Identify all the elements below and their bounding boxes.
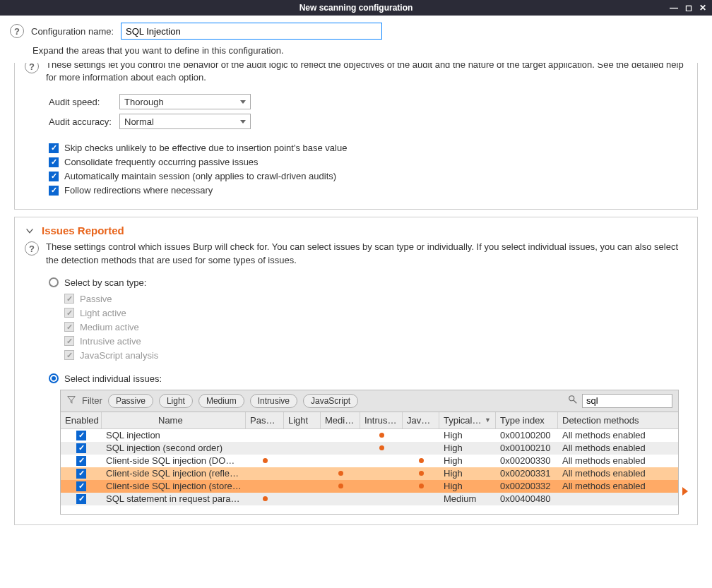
row-medium [321, 458, 360, 464]
th-name[interactable]: Name [102, 412, 246, 428]
table-header: Enabled Name Passive Light Medium Intrus… [61, 412, 678, 429]
th-typical[interactable]: Typical …▼ [439, 412, 496, 428]
th-typeindex[interactable]: Type index [496, 412, 558, 428]
window-controls: — ◻ ✕ [670, 0, 706, 16]
scantype-javascript-label: JavaScript analysis [80, 350, 158, 361]
row-light [284, 484, 321, 489]
dot-icon [379, 445, 384, 450]
row-enabled-cell[interactable] [61, 491, 102, 507]
search-input[interactable] [582, 394, 672, 408]
issues-title: Issues Reported [42, 224, 124, 236]
table-row[interactable]: SQL statement in request param…Medium0x0… [61, 493, 678, 505]
config-name-input[interactable] [121, 23, 382, 40]
row-light [284, 471, 321, 476]
row-medium [321, 445, 360, 451]
th-detection[interactable]: Detection methods [558, 412, 657, 428]
row-name: SQL statement in request param… [102, 491, 246, 507]
checkbox-icon [64, 336, 74, 346]
audit-panel: ? These settings let you control the beh… [14, 63, 698, 210]
minimize-button[interactable]: — [670, 3, 678, 13]
th-intrusive[interactable]: Intrusive [360, 412, 403, 428]
row-javascript [403, 496, 439, 502]
dot-icon [419, 471, 424, 476]
window-title: New scanning configuration [299, 3, 413, 13]
issues-desc: These settings control which issues Burp… [46, 241, 687, 266]
check-follow-label: Follow redirections where necessary [64, 185, 213, 196]
radio-individual-label: Select individual issues: [64, 373, 162, 384]
radio-individual[interactable]: Select individual issues: [49, 373, 687, 384]
scantype-passive: Passive [64, 294, 687, 304]
th-enabled[interactable]: Enabled [61, 412, 102, 428]
radio-scantype-label: Select by scan type: [64, 277, 146, 288]
checkbox-icon [76, 456, 86, 466]
pill-passive[interactable]: Passive [108, 394, 153, 408]
row-passive [246, 471, 284, 476]
sort-down-icon: ▼ [485, 416, 491, 424]
help-icon[interactable]: ? [10, 24, 24, 38]
radio-scantype[interactable]: Select by scan type: [49, 277, 687, 288]
close-button[interactable]: ✕ [699, 3, 706, 13]
dot-icon [338, 484, 343, 488]
scantype-light-label: Light active [80, 308, 126, 318]
dot-icon [263, 496, 268, 501]
config-header: ? Configuration name: [0, 16, 712, 45]
config-name-label: Configuration name: [31, 26, 114, 37]
pill-medium[interactable]: Medium [198, 394, 244, 408]
check-maintain-session[interactable]: Automatically maintain session (only app… [49, 171, 687, 181]
help-icon[interactable]: ? [25, 241, 39, 256]
checkbox-icon [76, 443, 86, 453]
checkbox-icon [76, 469, 86, 479]
row-medium [321, 433, 360, 438]
row-detection [558, 496, 657, 502]
pill-light[interactable]: Light [159, 394, 193, 408]
audit-accuracy-label: Audit accuracy: [49, 116, 112, 127]
content-scroll-area: ? These settings let you control the beh… [0, 63, 712, 584]
row-light [284, 445, 321, 451]
dot-icon [419, 458, 424, 463]
checkbox-icon [64, 322, 74, 332]
row-intrusive [360, 484, 403, 489]
check-skip[interactable]: Skip checks unlikely to be effective due… [49, 143, 687, 153]
check-consolidate-label: Consolidate frequently occurring passive… [64, 157, 259, 167]
th-medium[interactable]: Medium [321, 412, 360, 428]
audit-desc-row: ? These settings let you control the beh… [25, 63, 687, 91]
row-javascript [403, 468, 439, 479]
checkbox-icon [76, 494, 86, 504]
checkbox-icon [76, 481, 86, 491]
row-javascript [403, 433, 439, 438]
svg-point-0 [569, 396, 574, 401]
row-typeindex: 0x00400480 [496, 491, 558, 507]
radio-icon [49, 277, 59, 287]
issues-header[interactable]: Issues Reported [25, 217, 687, 239]
row-light [284, 433, 321, 438]
th-light[interactable]: Light [284, 412, 321, 428]
dot-icon [263, 458, 268, 463]
scroll-right-icon[interactable] [682, 487, 688, 496]
audit-accuracy-row: Audit accuracy: Normal [49, 114, 687, 129]
audit-accuracy-select[interactable]: Normal [119, 114, 251, 129]
scantype-javascript: JavaScript analysis [64, 350, 687, 361]
row-javascript [403, 445, 439, 451]
check-consolidate[interactable]: Consolidate frequently occurring passive… [49, 157, 687, 167]
check-follow-redirects[interactable]: Follow redirections where necessary [49, 185, 687, 196]
scantype-medium: Medium active [64, 322, 687, 332]
scantype-medium-label: Medium active [80, 322, 139, 332]
th-passive[interactable]: Passive [246, 412, 284, 428]
checkbox-icon [64, 294, 74, 304]
row-intrusive [360, 443, 403, 453]
row-javascript [403, 481, 439, 491]
checkbox-icon [76, 431, 86, 440]
row-passive [246, 493, 284, 504]
maximize-button[interactable]: ◻ [685, 3, 692, 13]
row-medium [321, 468, 360, 479]
audit-speed-select[interactable]: Thorough [119, 94, 251, 109]
issues-table: Enabled Name Passive Light Medium Intrus… [60, 412, 679, 515]
pill-javascript[interactable]: JavaScript [303, 394, 358, 408]
help-icon[interactable]: ? [25, 63, 39, 73]
th-javascript[interactable]: JavaS… [403, 412, 439, 428]
scantype-passive-label: Passive [80, 294, 112, 304]
radio-icon [49, 373, 59, 383]
checkbox-icon [64, 308, 74, 318]
pill-intrusive[interactable]: Intrusive [250, 394, 297, 408]
dot-icon [379, 433, 384, 438]
